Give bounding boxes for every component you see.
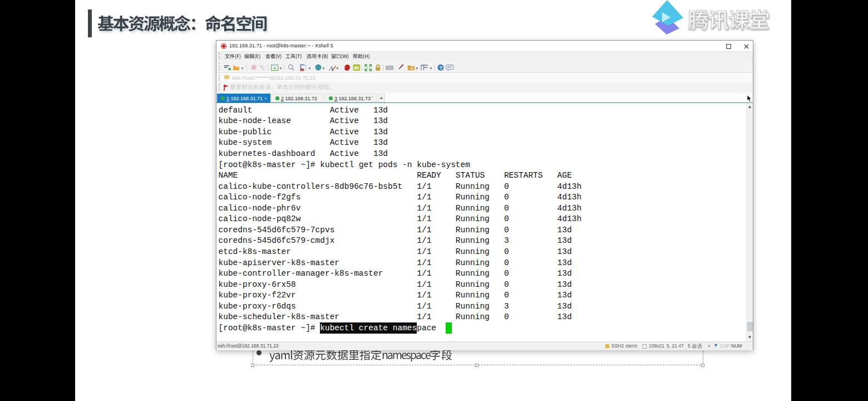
- svg-text:40: 40: [353, 65, 359, 70]
- svg-text:?: ?: [439, 64, 442, 70]
